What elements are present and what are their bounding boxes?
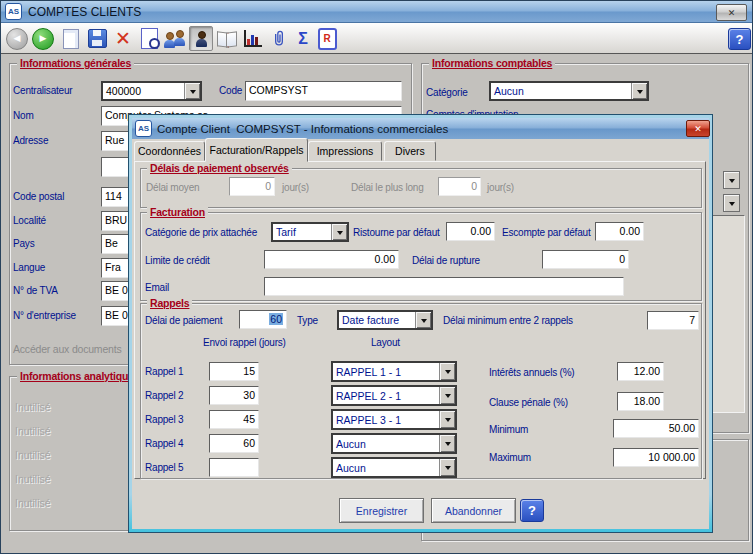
limite-credit-field[interactable]: 0.00 [264, 250, 399, 269]
minimum-field[interactable]: 50.00 [613, 419, 699, 438]
rappel5-label: Rappel 5 [145, 462, 183, 473]
report-icon[interactable]: R [315, 26, 339, 51]
window-close-button[interactable]: ✕ [716, 4, 747, 21]
interets-field[interactable]: 12.00 [617, 362, 664, 381]
new-document-icon[interactable] [59, 26, 83, 51]
clients-icon[interactable] [163, 26, 187, 51]
code-field[interactable]: COMPSYST [245, 81, 402, 101]
delai-paiement-field[interactable]: 60 [239, 310, 287, 329]
rappel4-jours-field[interactable]: 60 [209, 434, 259, 453]
escompte-field[interactable]: 0.00 [595, 222, 644, 241]
forward-icon[interactable]: ▶ [31, 26, 55, 51]
window-title: COMPTES CLIENTS [28, 5, 141, 19]
rappel2-jours-field[interactable]: 30 [209, 386, 259, 405]
rappel3-layout-combo[interactable]: RAPPEL 3 - 1 [331, 409, 457, 430]
rappel5-jours-field[interactable] [209, 458, 259, 477]
categorie-prix-value: Tarif [273, 225, 331, 239]
rappel4-layout-combo[interactable]: Aucun [331, 433, 457, 454]
rappel1-label: Rappel 1 [145, 366, 183, 377]
clause-field[interactable]: 18.00 [617, 392, 664, 411]
nom-label: Nom [13, 110, 34, 121]
ristourne-field[interactable]: 0.00 [446, 222, 495, 241]
forward-circle: ▶ [32, 28, 54, 50]
pays-label: Pays [13, 238, 34, 249]
rappel2-layout-value: RAPPEL 2 - 1 [333, 389, 439, 403]
localite-label: Localité [13, 215, 46, 226]
interets-label: Intérêts annuels (%) [489, 367, 575, 378]
save-button[interactable]: Enregistrer [339, 498, 424, 523]
chevron-down-icon[interactable] [439, 435, 455, 452]
tab-divers[interactable]: Divers [384, 141, 436, 161]
two-persons-shape [164, 30, 186, 48]
rappel2-layout-combo[interactable]: RAPPEL 2 - 1 [331, 385, 457, 406]
rappel4-label: Rappel 4 [145, 438, 183, 449]
documents-link[interactable]: Accéder aux documents [13, 343, 121, 355]
delai-rupture-field[interactable]: 0 [542, 250, 629, 269]
delete-icon[interactable]: ✕ [111, 26, 135, 51]
person-dark-shape [195, 30, 208, 48]
cancel-button[interactable]: Abandonner [431, 498, 516, 523]
totals-icon[interactable]: Σ [291, 26, 315, 51]
chevron-down-icon[interactable] [415, 312, 431, 328]
app-window: AS COMPTES CLIENTS ✕ ◀ ▶ ✕ [0, 0, 753, 554]
imputation-combo-arrow-2[interactable] [723, 194, 740, 212]
type-combo[interactable]: Date facture [337, 310, 433, 330]
delai-rupture-label: Délai de rupture [412, 255, 480, 266]
toolbar-help-button[interactable]: ? [728, 28, 751, 50]
back-icon[interactable]: ◀ [5, 26, 29, 51]
minimum-label: Minimum [489, 424, 528, 435]
categorie-label: Catégorie [426, 87, 468, 98]
delai-paiement-label: Délai de paiement [145, 315, 222, 326]
analytics-heading: Informations analytiques [17, 370, 142, 382]
delai-moyen-field[interactable]: 0 [229, 177, 275, 196]
dialog-logo-icon: AS [135, 120, 152, 137]
rappel1-layout-combo[interactable]: RAPPEL 1 - 1 [331, 361, 457, 382]
chevron-down-icon[interactable] [331, 224, 347, 240]
attachment-icon[interactable] [267, 26, 291, 51]
categorie-combo[interactable]: Aucun [489, 81, 649, 101]
maximum-field[interactable]: 10 000.00 [613, 448, 699, 467]
rappel4-layout-value: Aucun [333, 437, 439, 451]
tab-coordonnees[interactable]: Coordonnées [134, 141, 205, 161]
centralisateur-combo[interactable]: 400000 [101, 81, 202, 101]
delai-long-field[interactable]: 0 [438, 177, 481, 196]
type-label: Type [297, 315, 318, 326]
catalog-icon[interactable] [215, 26, 239, 51]
rappel2-label: Rappel 2 [145, 390, 183, 401]
limite-credit-label: Limite de crédit [145, 255, 210, 266]
save-icon[interactable] [85, 26, 109, 51]
book-shape [217, 31, 237, 47]
chevron-down-icon[interactable] [439, 459, 455, 476]
imputation-combo-arrow-1[interactable] [723, 171, 740, 189]
email-field[interactable] [264, 277, 624, 296]
preview-icon[interactable] [137, 26, 161, 51]
delai-long-label: Délai le plus long [351, 182, 424, 193]
dialog-close-button[interactable]: ✕ [686, 120, 710, 137]
categorie-prix-combo[interactable]: Tarif [271, 222, 349, 242]
paperclip-shape [269, 29, 289, 49]
tab-impressions[interactable]: Impressions [308, 141, 382, 161]
chevron-down-icon[interactable] [439, 363, 455, 380]
chevron-down-icon[interactable] [439, 411, 455, 428]
statistics-icon[interactable] [241, 26, 265, 51]
tab-facturation-rappels[interactable]: Facturation/Rappels [205, 138, 308, 162]
selected-text: 60 [269, 313, 283, 325]
accounting-heading: Informations comptables [429, 57, 555, 69]
chevron-down-icon[interactable] [184, 83, 200, 99]
rappel3-jours-field[interactable]: 45 [209, 410, 259, 429]
tva-label: N° de TVA [13, 285, 58, 296]
chevron-down-icon[interactable] [631, 83, 647, 99]
back-circle: ◀ [6, 28, 28, 50]
centralisateur-label: Centralisateur [13, 85, 72, 96]
entreprise-label: N° d'entreprise [13, 310, 76, 321]
dialog-help-button[interactable]: ? [520, 499, 544, 522]
rappel5-layout-combo[interactable]: Aucun [331, 457, 457, 478]
sigma-glyph: Σ [298, 31, 308, 47]
chevron-down-icon[interactable] [439, 387, 455, 404]
delai-min-field[interactable]: 7 [647, 311, 699, 330]
rappel1-jours-field[interactable]: 15 [209, 362, 259, 381]
code-label: Code [219, 85, 242, 96]
client-icon[interactable] [189, 26, 213, 51]
app-logo-icon: AS [5, 3, 22, 20]
categorie-value: Aucun [491, 84, 631, 98]
